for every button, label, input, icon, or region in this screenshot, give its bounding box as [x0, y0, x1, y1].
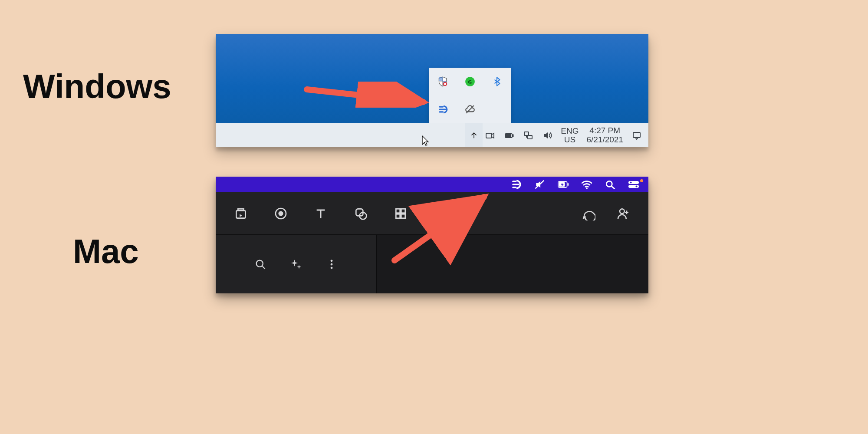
notifications-icon[interactable] [631, 130, 642, 141]
svg-point-3 [465, 77, 475, 86]
control-center-icon[interactable] [628, 178, 640, 191]
svg-line-41 [263, 266, 265, 269]
windows-tray-overflow-popup [429, 68, 511, 123]
svg-point-42 [331, 260, 333, 262]
svg-point-39 [620, 209, 625, 214]
svg-rect-38 [401, 214, 405, 218]
shapes-icon[interactable] [353, 206, 368, 221]
svg-rect-4 [439, 106, 444, 107]
camera-icon[interactable] [484, 130, 496, 141]
svg-rect-18 [512, 187, 516, 188]
wifi-icon[interactable] [581, 178, 593, 191]
svg-rect-8 [486, 133, 492, 138]
mac-sidebar-tools [216, 234, 377, 293]
security-shield-icon[interactable] [437, 76, 448, 87]
svg-rect-16 [512, 181, 516, 182]
heading-mac: Mac [73, 234, 139, 268]
svg-point-23 [586, 187, 588, 189]
cloud-disabled-icon[interactable] [464, 104, 476, 115]
svg-rect-36 [401, 209, 405, 213]
windows-screenshot: ENG US 4:27 PM 6/21/2021 [216, 34, 648, 147]
svg-rect-11 [506, 135, 511, 137]
record-icon[interactable] [273, 206, 289, 221]
text-icon[interactable] [313, 206, 329, 221]
language-indicator[interactable]: ENG US [561, 127, 579, 144]
volume-muted-icon[interactable] [534, 178, 546, 191]
svg-rect-6 [439, 111, 444, 112]
svg-rect-30 [236, 210, 245, 218]
svg-rect-12 [524, 132, 529, 135]
time-text: 4:27 PM [586, 126, 623, 135]
svg-point-32 [279, 211, 283, 215]
windows-taskbar: ENG US 4:27 PM 6/21/2021 [216, 123, 648, 147]
svg-rect-0 [439, 77, 443, 81]
grid-icon[interactable] [393, 206, 408, 221]
bluetooth-icon[interactable] [492, 76, 503, 87]
svg-rect-17 [512, 184, 519, 185]
svg-rect-14 [633, 132, 640, 138]
battery-icon[interactable] [503, 130, 515, 141]
svg-point-27 [630, 182, 632, 184]
svg-point-44 [331, 266, 333, 269]
volume-icon[interactable] [542, 130, 553, 141]
descript-icon[interactable] [437, 104, 448, 115]
spotlight-search-icon[interactable] [604, 178, 616, 191]
search-icon[interactable] [253, 256, 268, 272]
add-person-icon[interactable] [615, 206, 631, 221]
svg-rect-37 [396, 214, 400, 218]
clock[interactable]: 4:27 PM 6/21/2021 [586, 126, 623, 145]
mac-menubar [216, 177, 648, 192]
tray-overflow-button[interactable] [465, 123, 483, 147]
svg-point-40 [256, 260, 263, 266]
language-line-2: US [561, 135, 579, 144]
sparkle-icon[interactable] [288, 256, 304, 272]
svg-point-29 [636, 186, 638, 187]
svg-line-25 [612, 186, 615, 188]
razer-icon[interactable] [464, 76, 476, 87]
svg-rect-35 [396, 209, 400, 213]
descript-icon[interactable] [510, 178, 523, 191]
svg-rect-13 [528, 135, 532, 139]
svg-rect-10 [513, 135, 513, 136]
cursor-icon [421, 135, 430, 146]
comment-icon[interactable] [581, 206, 596, 221]
mac-app-toolbar [216, 192, 648, 234]
notification-dot-icon [640, 179, 643, 182]
svg-rect-21 [568, 183, 569, 186]
date-text: 6/21/2021 [586, 135, 623, 145]
more-vertical-icon[interactable] [324, 256, 339, 272]
library-icon[interactable] [233, 206, 249, 221]
heading-windows: Windows [23, 69, 171, 103]
mac-content-area [377, 234, 648, 293]
svg-point-43 [331, 263, 333, 265]
language-line-1: ENG [561, 127, 579, 135]
mac-screenshot [216, 177, 648, 293]
battery-charging-icon[interactable] [557, 178, 569, 191]
network-icon[interactable] [523, 130, 534, 141]
svg-rect-5 [439, 108, 447, 110]
